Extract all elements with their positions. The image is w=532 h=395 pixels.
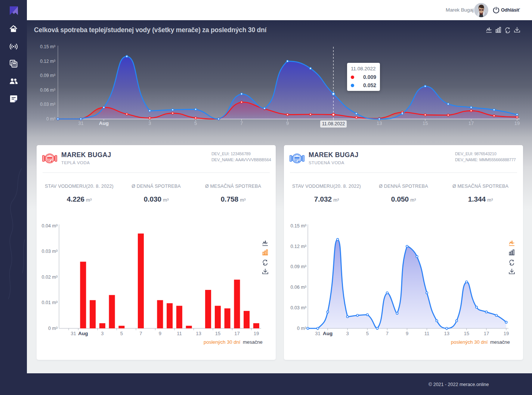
svg-text:15: 15	[423, 120, 428, 126]
svg-text:0.15 m³: 0.15 m³	[291, 223, 306, 229]
svg-text:0 m³: 0 m³	[46, 116, 55, 122]
svg-text:17: 17	[468, 120, 474, 126]
svg-text:0.04 m³: 0.04 m³	[42, 223, 58, 229]
svg-text:9: 9	[286, 120, 289, 126]
svg-text:19: 19	[254, 331, 259, 336]
svg-text:0.12 m³: 0.12 m³	[40, 59, 55, 64]
svg-text:0.02 m³: 0.02 m³	[42, 275, 58, 280]
svg-text:15: 15	[464, 331, 469, 336]
svg-text:11: 11	[177, 331, 182, 336]
svg-text:7: 7	[386, 331, 389, 336]
svg-text:9: 9	[159, 331, 161, 336]
svg-text:0.09 m³: 0.09 m³	[291, 264, 306, 269]
svg-text:5: 5	[366, 331, 369, 336]
svg-text:17: 17	[484, 331, 489, 336]
svg-text:Aug: Aug	[78, 331, 88, 336]
svg-text:19: 19	[504, 331, 509, 336]
svg-text:13: 13	[377, 120, 382, 126]
svg-text:5: 5	[120, 331, 123, 336]
svg-text:3: 3	[101, 331, 103, 336]
svg-text:0.06 m³: 0.06 m³	[40, 88, 55, 93]
svg-text:7: 7	[139, 331, 142, 336]
svg-text:7: 7	[240, 120, 243, 126]
svg-text:0.15 m³: 0.15 m³	[40, 44, 55, 49]
svg-text:5: 5	[194, 120, 197, 126]
svg-text:0.01 m³: 0.01 m³	[42, 300, 58, 305]
svg-text:9: 9	[406, 331, 408, 336]
svg-text:0.03 m³: 0.03 m³	[40, 102, 55, 107]
svg-text:0.03 m³: 0.03 m³	[42, 249, 58, 254]
svg-text:13: 13	[444, 331, 449, 336]
svg-text:31: 31	[71, 331, 76, 336]
svg-text:0.06 m³: 0.06 m³	[291, 285, 306, 290]
svg-text:0.12 m³: 0.12 m³	[291, 244, 306, 249]
svg-text:13: 13	[196, 331, 201, 336]
svg-text:31: 31	[315, 331, 320, 336]
svg-text:0 m³: 0 m³	[48, 326, 58, 331]
svg-text:0.03 m³: 0.03 m³	[291, 305, 306, 310]
svg-text:0 m³: 0 m³	[297, 326, 306, 331]
svg-text:15: 15	[215, 331, 220, 336]
svg-text:3: 3	[148, 120, 151, 126]
svg-text:Aug: Aug	[99, 120, 109, 126]
svg-text:19: 19	[514, 120, 520, 126]
svg-text:Aug: Aug	[323, 331, 332, 336]
svg-text:3: 3	[346, 331, 349, 336]
svg-text:31: 31	[78, 120, 83, 126]
svg-text:17: 17	[234, 331, 239, 336]
svg-text:0.09 m³: 0.09 m³	[40, 73, 55, 78]
svg-text:11: 11	[424, 331, 430, 336]
